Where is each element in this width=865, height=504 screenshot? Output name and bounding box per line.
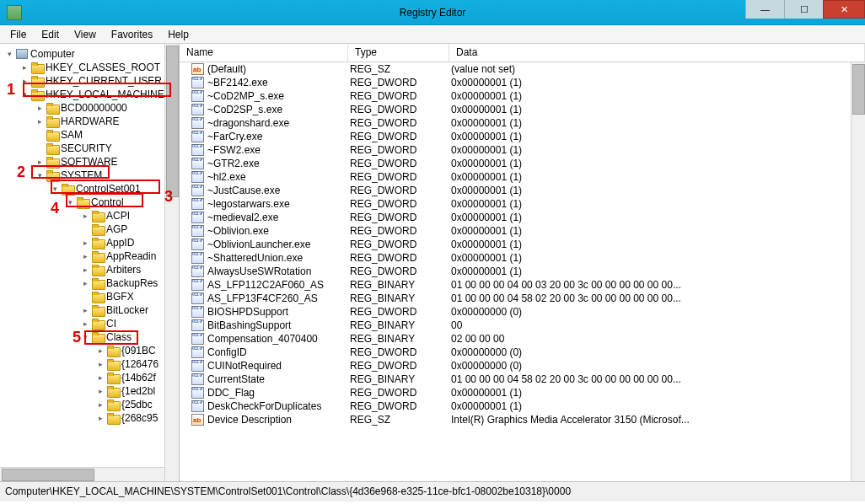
expander-icon[interactable]: ▸ (96, 414, 105, 423)
tree-node[interactable]: ▸{25dbc (0, 398, 179, 411)
list-row[interactable]: ~hl2.exeREG_DWORD0x00000001 (1) (180, 170, 865, 184)
expander-icon[interactable]: ▾ (81, 333, 90, 342)
list-row[interactable]: ~OblivionLauncher.exeREG_DWORD0x00000001… (180, 238, 865, 251)
tree-node[interactable]: ▾Control (0, 196, 179, 209)
menu-favorites[interactable]: Favorites (105, 27, 159, 42)
menu-view[interactable]: View (67, 27, 103, 42)
tree-node[interactable]: ▸{091BC (0, 344, 179, 357)
list-row[interactable]: DeskCheckForDuplicatesREG_DWORD0x0000000… (180, 399, 865, 413)
list-row[interactable]: ~legostarwars.exeREG_DWORD0x00000001 (1) (180, 197, 865, 211)
menu-help[interactable]: Help (161, 27, 196, 42)
list-row[interactable]: ~BF2142.exeREG_DWORD0x00000001 (1) (180, 76, 865, 89)
expander-icon[interactable] (35, 131, 45, 140)
list-row[interactable]: AlwaysUseSWRotationREG_DWORD0x00000001 (… (180, 265, 865, 278)
list-row[interactable]: ~JustCause.exeREG_DWORD0x00000001 (1) (180, 184, 865, 197)
list-row[interactable]: AS_LFP13F4CF260_ASREG_BINARY01 00 00 00 … (180, 292, 865, 305)
close-button[interactable]: ✕ (823, 0, 865, 19)
expander-icon[interactable]: ▸ (81, 279, 90, 288)
tree-node[interactable]: BGFX (0, 290, 179, 303)
list-row[interactable]: ~GTR2.exeREG_DWORD0x00000001 (1) (180, 157, 865, 170)
expander-icon[interactable]: ▸ (81, 319, 90, 329)
tree-node[interactable]: ▸ACPI (0, 209, 179, 223)
list-row[interactable]: AS_LFP112C2AF060_ASREG_BINARY01 00 00 00… (180, 278, 865, 292)
expander-icon[interactable]: ▸ (81, 252, 90, 261)
column-name[interactable]: Name (180, 44, 348, 62)
tree-node[interactable]: ▸AppReadin (0, 249, 179, 263)
list-row[interactable]: ~FSW2.exeREG_DWORD0x00000001 (1) (180, 143, 865, 157)
list-row[interactable]: (Default)REG_SZ(value not set) (180, 62, 865, 76)
expander-icon[interactable]: ▾ (35, 171, 45, 180)
tree-node[interactable]: ▸BackupRes (0, 276, 179, 290)
tree-node[interactable]: ▸HARDWARE (0, 115, 179, 128)
tree-node[interactable]: ▸HKEY_CURRENT_USER (0, 74, 179, 88)
menu-edit[interactable]: Edit (35, 27, 66, 42)
list-row[interactable]: ConfigIDREG_DWORD0x00000000 (0) (180, 346, 865, 359)
expander-icon[interactable]: ▸ (35, 117, 45, 126)
expander-icon[interactable]: ▸ (20, 63, 30, 72)
column-type[interactable]: Type (348, 44, 449, 62)
tree-node[interactable]: AGP (0, 223, 179, 236)
tree-node[interactable]: SECURITY (0, 142, 179, 155)
expander-icon[interactable]: ▾ (51, 185, 60, 194)
expander-icon[interactable]: ▸ (96, 360, 105, 369)
expander-icon[interactable]: ▸ (20, 77, 30, 86)
column-data[interactable]: Data (449, 44, 865, 62)
tree-node[interactable]: ▾ControlSet001 (0, 182, 179, 196)
tree-node[interactable]: ▾SYSTEM (0, 169, 179, 182)
expander-icon[interactable]: ▸ (96, 387, 105, 396)
expander-icon[interactable]: ▸ (81, 239, 90, 248)
list-row[interactable]: BIOSHPDSupportREG_DWORD0x00000000 (0) (180, 305, 865, 319)
tree-horizontal-scrollbar[interactable] (0, 467, 164, 481)
expander-icon[interactable]: ▸ (96, 346, 105, 356)
list-row[interactable]: ~CoD2SP_s.exeREG_DWORD0x00000001 (1) (180, 103, 865, 116)
expander-icon[interactable] (81, 225, 90, 234)
list-row[interactable]: ~medieval2.exeREG_DWORD0x00000001 (1) (180, 211, 865, 224)
tree-vertical-scrollbar[interactable] (164, 44, 179, 481)
tree-node[interactable]: ▸SOFTWARE (0, 155, 179, 169)
list-row[interactable]: ~Oblivion.exeREG_DWORD0x00000001 (1) (180, 224, 865, 238)
tree-node[interactable]: ▸{14b62f (0, 371, 179, 384)
list-row[interactable]: CurrentStateREG_BINARY01 00 00 00 04 58 … (180, 373, 865, 386)
list-row[interactable]: Device DescriptionREG_SZIntel(R) Graphic… (180, 413, 865, 426)
titlebar[interactable]: Registry Editor — ☐ ✕ (0, 0, 865, 25)
tree-pane[interactable]: ▾Computer▸HKEY_CLASSES_ROOT▸HKEY_CURRENT… (0, 44, 180, 481)
tree-node[interactable]: ▸AppID (0, 236, 179, 249)
list-row[interactable]: BitBashingSupportREG_BINARY00 (180, 319, 865, 332)
tree-node[interactable]: ▸{1ed2bl (0, 384, 179, 398)
list-row[interactable]: ~ShatteredUnion.exeREG_DWORD0x00000001 (… (180, 251, 865, 265)
tree-node[interactable]: ▾HKEY_LOCAL_MACHINE (0, 88, 179, 101)
list-pane[interactable]: Name Type Data (Default)REG_SZ(value not… (180, 44, 865, 481)
expander-icon[interactable]: ▸ (81, 265, 90, 275)
list-row[interactable]: ~FarCry.exeREG_DWORD0x00000001 (1) (180, 130, 865, 143)
expander-icon[interactable] (81, 292, 90, 302)
tree-node[interactable]: ▸{268c95 (0, 411, 179, 425)
list-row[interactable]: ~CoD2MP_s.exeREG_DWORD0x00000001 (1) (180, 89, 865, 103)
list-row[interactable]: DDC_FlagREG_DWORD0x00000001 (1) (180, 386, 865, 399)
list-row[interactable]: ~dragonshard.exeREG_DWORD0x00000001 (1) (180, 116, 865, 130)
list-row[interactable]: CUINotRequiredREG_DWORD0x00000000 (0) (180, 359, 865, 373)
tree-node[interactable]: ▾Computer (0, 47, 179, 61)
expander-icon[interactable]: ▸ (96, 400, 105, 410)
list-vertical-scrollbar[interactable] (851, 62, 865, 481)
expander-icon[interactable]: ▸ (96, 373, 105, 383)
tree-node[interactable]: SAM (0, 128, 179, 142)
expander-icon[interactable]: ▾ (20, 90, 30, 99)
expander-icon[interactable]: ▾ (66, 198, 75, 207)
expander-icon[interactable] (35, 144, 45, 153)
tree-node[interactable]: ▸Arbiters (0, 263, 179, 276)
tree-node[interactable]: ▾Class (0, 330, 179, 344)
expander-icon[interactable]: ▸ (81, 212, 90, 221)
expander-icon[interactable]: ▸ (35, 104, 45, 113)
maximize-button[interactable]: ☐ (784, 0, 823, 19)
tree-node[interactable]: ▸CI (0, 317, 179, 330)
tree-node[interactable]: ▸BCD00000000 (0, 101, 179, 115)
tree-node[interactable]: ▸BitLocker (0, 303, 179, 317)
expander-icon[interactable]: ▸ (35, 158, 45, 167)
tree-node[interactable]: ▸HKEY_CLASSES_ROOT (0, 61, 179, 74)
expander-icon[interactable]: ▸ (81, 306, 90, 315)
menu-file[interactable]: File (3, 27, 33, 42)
list-row[interactable]: Compensation_4070400REG_BINARY02 00 00 0… (180, 332, 865, 346)
expander-icon[interactable]: ▾ (5, 50, 14, 59)
minimize-button[interactable]: — (745, 0, 784, 19)
tree-node[interactable]: ▸{126476 (0, 357, 179, 371)
